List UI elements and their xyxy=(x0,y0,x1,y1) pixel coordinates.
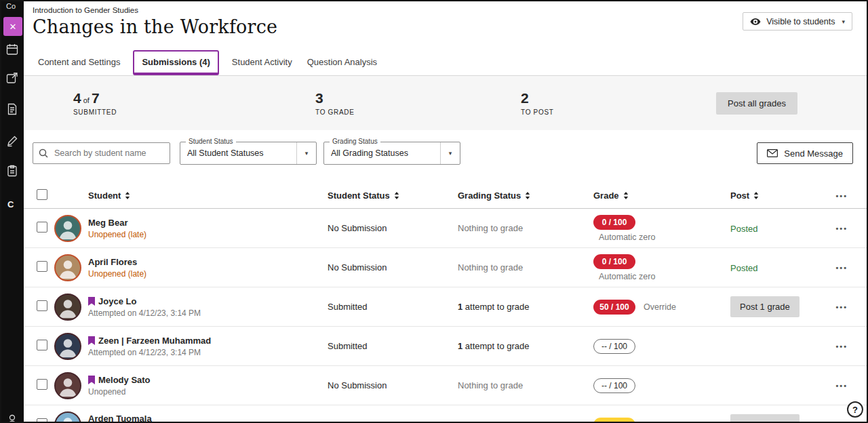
student-status-cell: No Submission xyxy=(328,380,458,390)
avatar xyxy=(54,294,81,321)
student-status-cell: Submitted xyxy=(328,341,458,351)
avatar xyxy=(54,333,81,360)
grade-pill[interactable]: 70 / 100 xyxy=(593,418,635,423)
profile-icon[interactable] xyxy=(6,414,18,423)
edit-icon[interactable] xyxy=(6,135,18,147)
student-status-cell: Submitted xyxy=(328,420,458,423)
grade-note: Automatic zero xyxy=(599,272,730,281)
row-checkbox[interactable] xyxy=(37,222,47,233)
main-content: Introduction to Gender Studies Changes i… xyxy=(24,1,867,422)
row-checkbox[interactable] xyxy=(37,379,47,390)
select-all-checkbox[interactable] xyxy=(37,189,47,200)
table-overflow-menu[interactable]: ••• xyxy=(835,189,848,203)
col-student[interactable]: Student xyxy=(88,190,121,201)
visibility-label: Visible to students xyxy=(766,17,835,26)
grade-pill[interactable]: 0 / 100 xyxy=(593,254,635,269)
grade-pill[interactable]: -- / 100 xyxy=(593,339,635,354)
tab-question-analysis[interactable]: Question Analysis xyxy=(300,49,384,75)
to-grade-count: 3 xyxy=(315,90,323,106)
post-grade-button[interactable]: Post 1 grade xyxy=(730,296,800,317)
table-row: Meg Bear Unopened (late) No Submission N… xyxy=(24,209,867,248)
student-substatus: Unopened xyxy=(88,387,151,397)
row-checkbox[interactable] xyxy=(37,418,47,423)
col-grade[interactable]: Grade xyxy=(593,190,619,201)
student-name[interactable]: Melody Sato xyxy=(98,375,151,385)
col-grading-status[interactable]: Grading Status xyxy=(458,190,521,201)
row-checkbox[interactable] xyxy=(37,340,47,350)
clipboard-icon[interactable] xyxy=(6,165,18,177)
post-all-grades-button[interactable]: Post all grades xyxy=(716,92,797,115)
flag-icon xyxy=(88,297,95,306)
sort-icon[interactable] xyxy=(753,192,759,199)
grading-status-cell: Nothing to grade xyxy=(458,380,593,390)
student-status-select[interactable]: Student Status All Student Statuses ▾ xyxy=(180,142,317,165)
tab-student-activity[interactable]: Student Activity xyxy=(224,49,300,75)
row-overflow-menu[interactable]: ••• xyxy=(835,222,848,235)
grade-pill[interactable]: 50 / 100 xyxy=(593,300,635,315)
sort-icon[interactable] xyxy=(125,192,130,199)
visibility-dropdown[interactable]: Visible to students ▾ xyxy=(743,12,852,31)
grading-status-cell: 1 attempt to grade xyxy=(458,341,593,351)
row-overflow-menu[interactable]: ••• xyxy=(835,340,848,353)
override-label: Override xyxy=(644,302,676,312)
row-checkbox[interactable] xyxy=(37,261,47,272)
close-icon: ✕ xyxy=(9,22,17,31)
share-icon[interactable] xyxy=(6,72,18,84)
grading-status-cell: Nothing to grade xyxy=(458,223,593,233)
breadcrumb[interactable]: Introduction to Gender Studies xyxy=(33,6,138,14)
app-window: Co ✕ C Introduction to Gender Studies Ch… xyxy=(0,0,868,423)
grade-pill[interactable]: 0 / 100 xyxy=(593,215,635,230)
document-icon[interactable] xyxy=(6,103,18,115)
help-button[interactable]: ? xyxy=(847,401,863,418)
avatar xyxy=(54,372,81,399)
submitted-total: 7 xyxy=(92,90,100,106)
search-input[interactable] xyxy=(53,148,164,159)
chevron-down-icon: ▾ xyxy=(296,142,316,164)
student-substatus: Attempted on 4/12/23, 3:14 PM xyxy=(88,348,211,357)
col-post[interactable]: Post xyxy=(730,190,749,201)
student-name[interactable]: Meg Bear xyxy=(88,218,128,228)
avatar xyxy=(54,411,81,423)
avatar xyxy=(54,215,81,242)
chevron-down-icon: ▾ xyxy=(440,142,460,164)
table-body: Meg Bear Unopened (late) No Submission N… xyxy=(24,209,867,423)
grading-status-label: Grading Status xyxy=(330,138,380,145)
grading-status-select[interactable]: Grading Status All Grading Statuses ▾ xyxy=(323,142,460,165)
col-student-status[interactable]: Student Status xyxy=(328,190,390,201)
calendar-icon[interactable] xyxy=(6,43,18,56)
row-overflow-menu[interactable]: ••• xyxy=(835,418,848,423)
tab-content-and-settings[interactable]: Content and Settings xyxy=(31,49,127,75)
student-status-label: Student Status xyxy=(186,138,236,145)
stat-to-post: 2 TO POST xyxy=(521,90,554,115)
student-name[interactable]: April Flores xyxy=(88,257,137,267)
close-panel-button[interactable]: ✕ xyxy=(3,17,22,36)
grading-status-value: All Grading Statuses xyxy=(331,148,408,158)
student-name[interactable]: Joyce Lo xyxy=(98,296,136,306)
row-overflow-menu[interactable]: ••• xyxy=(835,300,848,314)
grade-pill[interactable]: -- / 100 xyxy=(593,378,635,393)
page-header: Introduction to Gender Studies Changes i… xyxy=(24,1,867,49)
envelope-icon xyxy=(767,149,778,157)
student-name[interactable]: Zeen | Farzeen Muhammad xyxy=(98,336,211,346)
row-overflow-menu[interactable]: ••• xyxy=(835,261,848,275)
post-grade-button[interactable]: Post 1 grade xyxy=(730,414,800,423)
grading-status-cell: Nothing to grade xyxy=(458,420,593,423)
sort-icon[interactable] xyxy=(394,192,399,199)
stat-submitted: 4of7 SUBMITTED xyxy=(73,90,315,115)
rail-letter: C xyxy=(7,199,14,209)
grade-note: Automatic zero xyxy=(599,233,730,242)
tab-submissions[interactable]: Submissions (4) xyxy=(133,50,218,75)
row-checkbox[interactable] xyxy=(37,300,47,311)
send-message-button[interactable]: Send Message xyxy=(757,142,853,164)
sort-icon[interactable] xyxy=(525,192,530,199)
tab-bar: Content and Settings Submissions (4) Stu… xyxy=(24,49,867,76)
submitted-count: 4 xyxy=(73,90,81,106)
sort-icon[interactable] xyxy=(623,192,629,199)
stats-band: 4of7 SUBMITTED 3 TO GRADE 2 TO POST Post… xyxy=(24,76,867,130)
search-box xyxy=(33,142,170,164)
send-message-label: Send Message xyxy=(784,148,843,159)
row-overflow-menu[interactable]: ••• xyxy=(835,379,848,392)
student-name[interactable]: Arden Tuomala xyxy=(88,414,152,423)
student-substatus: Unopened (late) xyxy=(88,230,146,239)
table-row: April Flores Unopened (late) No Submissi… xyxy=(24,248,867,287)
